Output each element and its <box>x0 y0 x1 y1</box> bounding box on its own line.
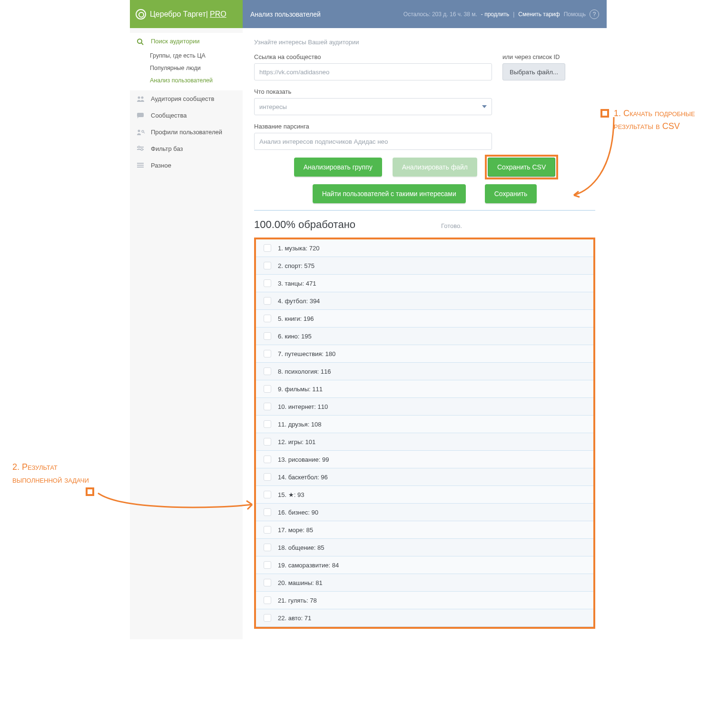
result-text: 21. гулять: 78 <box>278 597 317 604</box>
results-box: 1. музыка: 7202. спорт: 5753. танцы: 471… <box>254 238 595 629</box>
remaining-text: Осталось: 203 д. 16 ч. 38 м. <box>403 11 477 18</box>
chat-icon <box>137 112 145 119</box>
sidebar-sub-popular[interactable]: Популярные люди <box>130 62 243 74</box>
result-text: 4. футбол: 394 <box>278 298 320 305</box>
svg-rect-4 <box>137 113 144 117</box>
sidebar-item-audience[interactable]: Аудитория сообществ <box>130 90 243 107</box>
result-checkbox[interactable] <box>264 315 271 322</box>
result-checkbox[interactable] <box>264 508 271 516</box>
result-row[interactable]: 5. книги: 196 <box>256 310 593 327</box>
result-text: 13. рисование: 99 <box>278 456 329 463</box>
result-row[interactable]: 9. фильмы: 111 <box>256 380 593 398</box>
find-users-button[interactable]: Найти пользователей с такими интересами <box>313 184 466 203</box>
result-checkbox[interactable] <box>264 579 271 586</box>
sidebar: Поиск аудитории Группы, где есть ЦА Попу… <box>130 28 243 639</box>
result-checkbox[interactable] <box>264 367 271 375</box>
result-row[interactable]: 18. общение: 85 <box>256 539 593 556</box>
result-row[interactable]: 19. саморазвитие: 84 <box>256 556 593 574</box>
progress-text: 100.00% обработано <box>254 218 355 231</box>
svg-line-7 <box>144 132 145 133</box>
analyze-group-button[interactable]: Анализировать группу <box>294 158 382 177</box>
result-row[interactable]: 3. танцы: 471 <box>256 275 593 292</box>
result-row[interactable]: 16. бизнес: 90 <box>256 504 593 521</box>
save-csv-button[interactable]: Сохранить CSV <box>488 158 555 177</box>
result-row[interactable]: 21. гулять: 78 <box>256 592 593 609</box>
result-checkbox[interactable] <box>264 544 271 551</box>
community-link-input[interactable] <box>254 63 492 80</box>
result-checkbox[interactable] <box>264 350 271 357</box>
extend-link[interactable]: - продлить <box>481 11 509 18</box>
result-row[interactable]: 17. море: 85 <box>256 521 593 539</box>
sidebar-item-label: Профили пользователей <box>151 129 222 136</box>
result-text: 19. саморазвитие: 84 <box>278 562 339 569</box>
result-text: 8. психология: 116 <box>278 368 331 375</box>
result-row[interactable]: 2. спорт: 575 <box>256 257 593 275</box>
topbar: Церебро Таргет | PRO Анализ пользователе… <box>130 0 607 28</box>
result-row[interactable]: 22. авто: 71 <box>256 609 593 627</box>
result-checkbox[interactable] <box>264 279 271 287</box>
change-tariff-link[interactable]: Сменить тариф <box>518 11 560 18</box>
content: Узнайте интересы Вашей аудитории Ссылка … <box>243 28 607 639</box>
result-row[interactable]: 8. психология: 116 <box>256 363 593 380</box>
sidebar-sub-analysis[interactable]: Анализ пользователей <box>130 74 243 87</box>
choose-file-button[interactable]: Выбрать файл... <box>502 63 565 80</box>
result-row[interactable]: 1. музыка: 720 <box>256 239 593 257</box>
save-button[interactable]: Сохранить <box>485 184 537 203</box>
help-link[interactable]: Помощь <box>564 11 586 18</box>
sidebar-item-filter[interactable]: Фильтр баз <box>130 140 243 157</box>
result-checkbox[interactable] <box>264 491 271 498</box>
result-checkbox[interactable] <box>264 262 271 269</box>
help-icon[interactable]: ? <box>590 10 599 19</box>
result-row[interactable]: 7. путешествия: 180 <box>256 345 593 363</box>
result-checkbox[interactable] <box>264 244 271 252</box>
chevron-down-icon <box>482 105 487 108</box>
results-list[interactable]: 1. музыка: 7202. спорт: 5753. танцы: 471… <box>256 239 593 627</box>
result-row[interactable]: 6. кино: 195 <box>256 327 593 345</box>
result-row[interactable]: 14. баскетбол: 96 <box>256 468 593 486</box>
brand[interactable]: Церебро Таргет | PRO <box>130 0 243 28</box>
svg-point-2 <box>138 96 140 99</box>
result-row[interactable]: 4. футбол: 394 <box>256 292 593 310</box>
logo-icon <box>136 9 146 20</box>
result-checkbox[interactable] <box>264 456 271 463</box>
result-checkbox[interactable] <box>264 420 271 428</box>
result-row[interactable]: 11. друзья: 108 <box>256 416 593 433</box>
sidebar-item-search[interactable]: Поиск аудитории <box>130 33 243 50</box>
result-checkbox[interactable] <box>264 403 271 410</box>
brand-sep: | <box>206 10 208 19</box>
brand-name: Церебро Таргет <box>150 10 206 19</box>
result-text: 18. общение: 85 <box>278 544 325 551</box>
result-row[interactable]: 15. ★: 93 <box>256 486 593 504</box>
sidebar-item-communities[interactable]: Сообщества <box>130 107 243 124</box>
result-checkbox[interactable] <box>264 385 271 393</box>
result-text: 10. интернет: 110 <box>278 403 328 410</box>
show-select[interactable]: интересы <box>254 98 492 115</box>
result-checkbox[interactable] <box>264 297 271 305</box>
annotation-marker-icon <box>86 487 94 496</box>
result-row[interactable]: 20. машины: 81 <box>256 574 593 592</box>
result-row[interactable]: 10. интернет: 110 <box>256 398 593 416</box>
result-text: 7. путешествия: 180 <box>278 350 335 357</box>
sidebar-item-label: Разное <box>151 162 171 169</box>
sidebar-item-profiles[interactable]: Профили пользователей <box>130 124 243 140</box>
result-checkbox[interactable] <box>264 614 271 622</box>
result-checkbox[interactable] <box>264 438 271 446</box>
page-title: Анализ пользователей <box>250 10 321 18</box>
result-checkbox[interactable] <box>264 561 271 569</box>
parse-name-label: Название парсинга <box>254 123 492 130</box>
sidebar-item-misc[interactable]: Разное <box>130 157 243 174</box>
people-icon <box>137 96 145 102</box>
result-row[interactable]: 13. рисование: 99 <box>256 451 593 468</box>
annotation-2-text: 2. Результат выполненной задачи <box>12 462 89 485</box>
search-icon <box>137 38 145 45</box>
result-text: 12. игры: 101 <box>278 438 315 446</box>
result-checkbox[interactable] <box>264 332 271 340</box>
sidebar-sub-groups[interactable]: Группы, где есть ЦА <box>130 50 243 62</box>
result-checkbox[interactable] <box>264 473 271 481</box>
result-checkbox[interactable] <box>264 526 271 534</box>
profile-icon <box>137 129 145 136</box>
parse-name-input[interactable] <box>254 133 492 150</box>
result-checkbox[interactable] <box>264 596 271 604</box>
result-row[interactable]: 12. игры: 101 <box>256 433 593 451</box>
brand-pro[interactable]: PRO <box>210 10 226 19</box>
